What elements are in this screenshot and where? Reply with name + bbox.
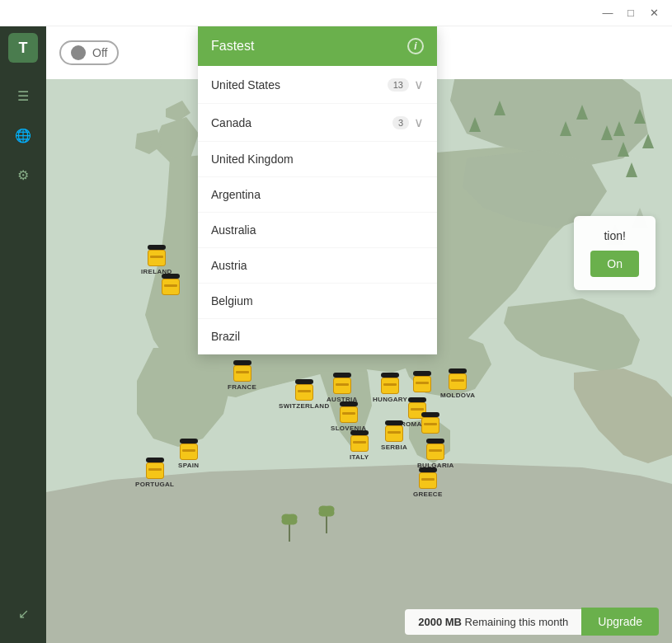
marker-label: SERBIA bbox=[381, 444, 407, 451]
map-marker[interactable]: FRANCE bbox=[228, 360, 256, 391]
dropdown-item[interactable]: Canada3∨ bbox=[198, 104, 437, 142]
barrel-body bbox=[180, 444, 198, 460]
dropdown-item[interactable]: Brazil bbox=[198, 319, 437, 354]
dropdown-header[interactable]: Fastest i bbox=[198, 26, 437, 66]
title-bar bbox=[0, 0, 672, 26]
dropdown-item-name: United Kingdom bbox=[211, 153, 424, 166]
marker-label: SWITZERLAND bbox=[279, 402, 330, 410]
promo-text: tion! bbox=[590, 229, 639, 242]
barrel-body bbox=[162, 279, 180, 295]
promo-box: tion! On bbox=[574, 216, 656, 290]
barrel-body bbox=[426, 444, 444, 460]
barrel-body bbox=[449, 373, 467, 390]
map-marker[interactable]: SWITZERLAND bbox=[279, 379, 330, 410]
dropdown-item-badge: 13 bbox=[388, 78, 409, 92]
info-icon[interactable]: i bbox=[407, 38, 424, 54]
settings-icon: ⚙ bbox=[17, 167, 29, 183]
map-area: IRELANDSPAINPORTUGALFRANCESWITZERLANDAUS… bbox=[46, 26, 672, 643]
sidebar-item-globe[interactable]: 🌐 bbox=[7, 119, 40, 152]
map-marker[interactable]: PORTUGAL bbox=[135, 458, 174, 488]
barrel-body bbox=[381, 378, 399, 394]
dropdown-item-name: Australia bbox=[211, 223, 424, 237]
dropdown-item[interactable]: Argentina bbox=[198, 177, 437, 213]
barrel-body bbox=[413, 376, 431, 392]
exit-icon: ↙ bbox=[18, 606, 29, 622]
barrel-body bbox=[333, 378, 351, 394]
toggle-label: Off bbox=[92, 46, 107, 59]
barrel-body bbox=[385, 425, 403, 442]
marker-label: FRANCE bbox=[228, 383, 256, 391]
dropdown-item-arrow: ∨ bbox=[414, 77, 424, 92]
map-marker[interactable]: ITALY bbox=[350, 430, 369, 461]
data-amount: 2000 MB bbox=[418, 616, 462, 628]
upgrade-button[interactable]: Upgrade bbox=[581, 608, 659, 636]
close-button[interactable] bbox=[642, 2, 665, 25]
dropdown-list[interactable]: United States13∨Canada3∨United KingdomAr… bbox=[198, 66, 437, 354]
dropdown-item-name: Austria bbox=[211, 259, 424, 272]
data-remaining: 2000 MB Remaining this month bbox=[405, 609, 581, 635]
bottom-bar: 2000 MB Remaining this month Upgrade bbox=[46, 600, 672, 643]
barrel-body bbox=[419, 472, 437, 489]
dropdown-item-name: Canada bbox=[211, 116, 392, 129]
app-logo[interactable]: T bbox=[8, 33, 38, 63]
map-marker[interactable] bbox=[162, 274, 180, 295]
map-marker[interactable]: IRELAND bbox=[141, 245, 172, 275]
map-marker[interactable] bbox=[413, 371, 431, 392]
dropdown-item[interactable]: Austria bbox=[198, 248, 437, 284]
globe-icon: 🌐 bbox=[15, 128, 31, 143]
sidebar-item-exit[interactable]: ↙ bbox=[7, 597, 40, 630]
map-marker[interactable]: MOLDOVA bbox=[440, 368, 475, 399]
minimize-button[interactable] bbox=[596, 2, 619, 25]
barrel-body bbox=[146, 462, 164, 479]
sidebar-item-settings[interactable]: ⚙ bbox=[7, 158, 40, 191]
dropdown-item-name: Brazil bbox=[211, 330, 424, 343]
dropdown-item-badge: 3 bbox=[392, 116, 409, 129]
map-marker[interactable]: SLOVENIA bbox=[331, 401, 366, 432]
dropdown-item[interactable]: Australia bbox=[198, 213, 437, 248]
map-marker[interactable]: AUSTRIA bbox=[327, 373, 358, 403]
map-marker[interactable]: SERBIA bbox=[381, 420, 407, 451]
dropdown-item-name: Argentina bbox=[211, 188, 424, 201]
maximize-icon bbox=[627, 7, 634, 19]
dropdown-fastest-label: Fastest bbox=[211, 39, 254, 54]
dropdown-item-name: United States bbox=[211, 78, 388, 92]
barrel-body bbox=[350, 435, 369, 452]
barrel-body bbox=[295, 384, 313, 401]
maximize-button[interactable] bbox=[619, 2, 642, 25]
marker-label: GREECE bbox=[413, 490, 443, 498]
dropdown-item-name: Belgium bbox=[211, 294, 424, 307]
sidebar-item-menu[interactable]: ☰ bbox=[7, 79, 40, 112]
toggle-circle bbox=[71, 45, 86, 60]
data-text: Remaining this month bbox=[462, 616, 568, 628]
dropdown-item[interactable]: Belgium bbox=[198, 284, 437, 319]
promo-button[interactable]: On bbox=[590, 251, 639, 277]
dropdown-item-arrow: ∨ bbox=[414, 115, 424, 130]
marker-label: ITALY bbox=[350, 453, 369, 461]
marker-label: MOLDOVA bbox=[440, 392, 475, 399]
barrel-body bbox=[233, 365, 251, 382]
app-window: T ☰ 🌐 ⚙ ↙ bbox=[0, 0, 672, 643]
minimize-icon bbox=[603, 7, 613, 19]
vpn-toggle[interactable]: Off bbox=[59, 40, 119, 65]
map-marker[interactable] bbox=[421, 412, 439, 434]
barrel-body bbox=[421, 417, 439, 434]
menu-icon: ☰ bbox=[17, 88, 29, 104]
barrel-body bbox=[340, 406, 358, 423]
dropdown-item[interactable]: United States13∨ bbox=[198, 66, 437, 104]
map-marker[interactable]: BULGARIA bbox=[417, 439, 454, 469]
dropdown-item[interactable]: United Kingdom bbox=[198, 142, 437, 177]
map-marker[interactable]: GREECE bbox=[413, 467, 443, 498]
main-content: T ☰ 🌐 ⚙ ↙ bbox=[0, 26, 672, 643]
map-marker[interactable]: SPAIN bbox=[178, 439, 199, 469]
barrel-body bbox=[148, 250, 166, 266]
marker-label: SPAIN bbox=[178, 462, 199, 469]
close-icon bbox=[650, 7, 659, 19]
marker-label: PORTUGAL bbox=[135, 481, 174, 488]
server-dropdown: Fastest i United States13∨Canada3∨United… bbox=[198, 26, 437, 354]
sidebar: T ☰ 🌐 ⚙ ↙ bbox=[0, 26, 46, 643]
